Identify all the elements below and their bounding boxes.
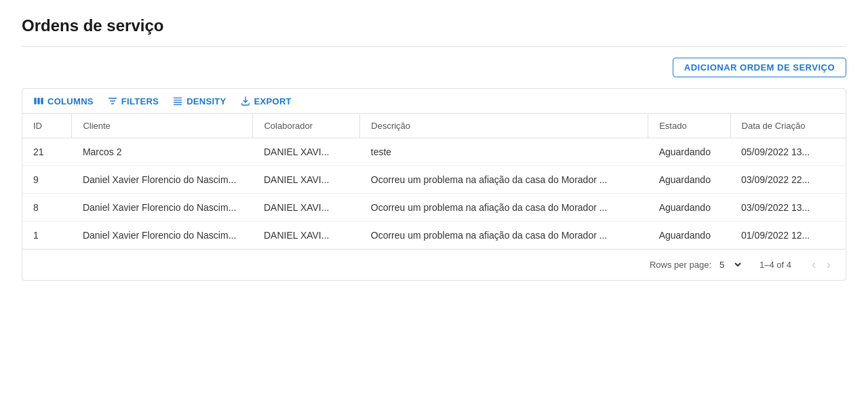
- table-row[interactable]: 9 Daniel Xavier Florencio do Nascim... D…: [22, 166, 846, 194]
- columns-toolbar-item[interactable]: COLUMNS: [33, 96, 94, 106]
- density-toolbar-item[interactable]: DENSITY: [172, 96, 226, 106]
- cell-data: 01/09/2022 12...: [730, 222, 846, 250]
- columns-label: COLUMNS: [47, 96, 94, 106]
- col-header-data: Data de Criação: [730, 114, 846, 138]
- filters-icon: [107, 96, 118, 106]
- export-label: EXPORT: [254, 96, 292, 106]
- cell-descricao: Ocorreu um problema na afiação da casa d…: [360, 222, 648, 250]
- rows-per-page-select[interactable]: 5 10 25: [717, 259, 743, 271]
- rows-per-page-label: Rows per page:: [650, 260, 711, 270]
- cell-id: 8: [22, 194, 72, 222]
- svg-rect-2: [41, 98, 43, 104]
- page-divider: [22, 46, 846, 47]
- cell-descricao: Ocorreu um problema na afiação da casa d…: [360, 194, 648, 222]
- cell-data: 03/09/2022 22...: [730, 166, 846, 194]
- table-footer: Rows per page: 5 10 25 1–4 of 4 ‹ ›: [22, 249, 846, 280]
- filters-toolbar-item[interactable]: FILTERS: [107, 96, 159, 106]
- cell-cliente: Marcos 2: [72, 138, 253, 166]
- table-row[interactable]: 21 Marcos 2 DANIEL XAVI... teste Aguarda…: [22, 138, 846, 166]
- cell-id: 9: [22, 166, 72, 194]
- cell-colaborador: DANIEL XAVI...: [253, 222, 360, 250]
- table-toolbar: COLUMNS FILTERS DENSITY: [22, 89, 846, 114]
- add-order-button[interactable]: ADICIONAR ORDEM DE SERVIÇO: [673, 58, 846, 77]
- cell-id: 1: [22, 222, 72, 250]
- cell-colaborador: DANIEL XAVI...: [253, 194, 360, 222]
- page-title: Ordens de serviço: [22, 16, 846, 35]
- cell-colaborador: DANIEL XAVI...: [253, 166, 360, 194]
- export-icon: [240, 96, 251, 106]
- export-toolbar-item[interactable]: EXPORT: [240, 96, 292, 106]
- table-container: COLUMNS FILTERS DENSITY: [22, 88, 846, 281]
- cell-data: 05/09/2022 13...: [730, 138, 846, 166]
- cell-estado: Aguardando: [648, 138, 730, 166]
- top-bar: ADICIONAR ORDEM DE SERVIÇO: [22, 58, 846, 77]
- rows-per-page-control: Rows per page: 5 10 25: [650, 259, 743, 271]
- col-header-estado: Estado: [648, 114, 730, 138]
- col-header-cliente: Cliente: [72, 114, 253, 138]
- cell-cliente: Daniel Xavier Florencio do Nascim...: [72, 222, 253, 250]
- prev-page-button[interactable]: ‹: [808, 256, 820, 273]
- cell-estado: Aguardando: [648, 194, 730, 222]
- cell-estado: Aguardando: [648, 166, 730, 194]
- svg-rect-0: [34, 98, 36, 104]
- col-header-colaborador: Colaborador: [253, 114, 360, 138]
- cell-id: 21: [22, 138, 72, 166]
- col-header-id: ID: [22, 114, 72, 138]
- cell-estado: Aguardando: [648, 222, 730, 250]
- pagination-nav: ‹ ›: [808, 256, 835, 273]
- next-page-button[interactable]: ›: [823, 256, 835, 273]
- table-row[interactable]: 8 Daniel Xavier Florencio do Nascim... D…: [22, 194, 846, 222]
- cell-cliente: Daniel Xavier Florencio do Nascim...: [72, 194, 253, 222]
- cell-cliente: Daniel Xavier Florencio do Nascim...: [72, 166, 253, 194]
- table-header-row: ID Cliente Colaborador Descrição Estado …: [22, 114, 846, 138]
- cell-descricao: Ocorreu um problema na afiação da casa d…: [360, 166, 648, 194]
- page-info: 1–4 of 4: [760, 260, 791, 270]
- columns-icon: [33, 96, 44, 106]
- filters-label: FILTERS: [121, 96, 159, 106]
- density-icon: [172, 96, 183, 106]
- table-row[interactable]: 1 Daniel Xavier Florencio do Nascim... D…: [22, 222, 846, 250]
- cell-data: 03/09/2022 13...: [730, 194, 846, 222]
- svg-rect-1: [37, 98, 39, 104]
- cell-descricao: teste: [360, 138, 648, 166]
- orders-table: ID Cliente Colaborador Descrição Estado …: [22, 114, 846, 249]
- cell-colaborador: DANIEL XAVI...: [253, 138, 360, 166]
- col-header-descricao: Descrição: [360, 114, 648, 138]
- density-label: DENSITY: [186, 96, 226, 106]
